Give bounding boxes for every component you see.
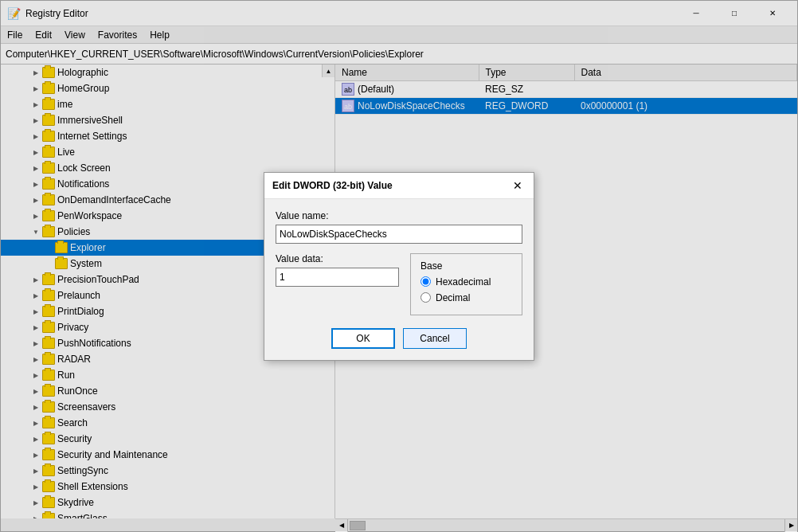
hexadecimal-radio[interactable] — [421, 276, 431, 287]
dialog-buttons: OK Cancel — [276, 328, 522, 349]
dialog-title-bar: Edit DWORD (32-bit) Value ✕ — [264, 173, 534, 199]
value-name-label: Value name: — [276, 210, 522, 221]
decimal-radio-row: Decimal — [421, 292, 512, 303]
hex-radio-row: Hexadecimal — [421, 276, 512, 288]
dialog-close-button[interactable]: ✕ — [510, 178, 526, 194]
value-name-input[interactable] — [276, 225, 522, 244]
decimal-radio[interactable] — [421, 292, 431, 303]
dialog-body: Value name: Value data: Base Hexadecimal — [264, 199, 534, 360]
base-label: Base — [421, 260, 512, 272]
registry-editor-window: 📝 Registry Editor ─ □ ✕ File Edit View F… — [0, 0, 798, 532]
dialog-data-row: Value data: Base Hexadecimal Decimal — [276, 253, 522, 315]
value-data-section: Value data: — [276, 253, 399, 315]
decimal-label: Decimal — [436, 292, 470, 303]
edit-dword-dialog: Edit DWORD (32-bit) Value ✕ Value name: … — [264, 172, 534, 361]
hexadecimal-label: Hexadecimal — [436, 276, 491, 288]
cancel-button[interactable]: Cancel — [403, 328, 467, 349]
modal-overlay: Edit DWORD (32-bit) Value ✕ Value name: … — [1, 1, 797, 531]
base-section: Base Hexadecimal Decimal — [410, 253, 522, 315]
value-data-label: Value data: — [276, 253, 399, 264]
value-data-input[interactable] — [276, 268, 399, 287]
dialog-title: Edit DWORD (32-bit) Value — [272, 180, 393, 191]
ok-button[interactable]: OK — [331, 328, 395, 349]
